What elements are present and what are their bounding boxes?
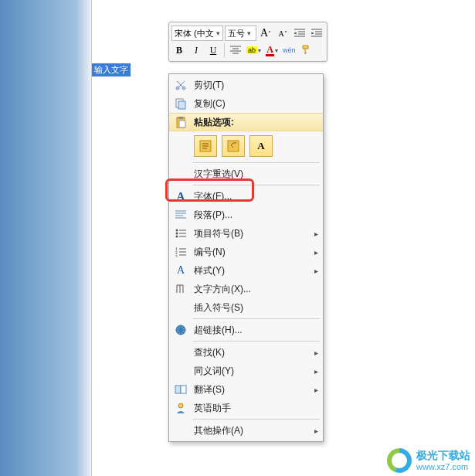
menu-label: 编号(N): [194, 246, 314, 259]
menu-english-assistant[interactable]: 英语助手: [169, 399, 323, 417]
bullets-icon: [172, 226, 189, 241]
svg-point-9: [176, 230, 178, 232]
svg-rect-3: [178, 101, 185, 109]
highlight-icon: ab: [246, 46, 257, 54]
paste-merge-button[interactable]: [222, 135, 245, 157]
underline-button[interactable]: U: [205, 42, 221, 58]
paragraph-icon: [172, 207, 189, 223]
menu-label: 查找(K): [194, 346, 314, 359]
mini-toolbar: 宋体 (中文 ▾ 五号 ▾ A ˄ A ˅ B I U ab ▾: [168, 22, 327, 62]
menu-label: 字体(F)...: [194, 190, 318, 203]
chevron-right-icon: ▸: [314, 230, 318, 238]
translate-icon: [172, 382, 189, 397]
font-color-icon: A: [266, 45, 274, 56]
svg-rect-8: [228, 141, 239, 151]
shrink-font-button[interactable]: A ˅: [275, 26, 290, 41]
font-name-value: 宋体 (中文: [175, 28, 214, 39]
svg-rect-5: [178, 117, 183, 119]
menu-synonyms[interactable]: 同义词(Y) ▸: [169, 362, 323, 380]
paste-merge-icon: [226, 139, 240, 153]
phonetic-icon: wén: [283, 46, 296, 54]
italic-button[interactable]: I: [188, 42, 204, 58]
menu-separator: [192, 185, 320, 185]
menu-text-direction[interactable]: 文字方向(X)...: [169, 280, 323, 298]
chevron-right-icon: ▸: [314, 427, 318, 435]
styles-icon: A: [172, 263, 189, 278]
paste-options-row: A: [169, 131, 323, 161]
menu-label: 同义词(Y): [194, 365, 314, 378]
decrease-indent-button[interactable]: [292, 26, 307, 41]
watermark-text: 极光下载站 www.xz7.com: [416, 450, 470, 471]
menu-label: 插入符号(S): [194, 301, 318, 314]
chevron-right-icon: ▸: [314, 386, 318, 394]
increase-indent-icon: [311, 29, 322, 38]
paste-source-icon: [198, 139, 212, 153]
font-size-value: 五号: [228, 28, 245, 39]
chevron-down-icon: ▾: [247, 29, 251, 37]
menu-bullets[interactable]: 项目符号(B) ▸: [169, 224, 323, 243]
menu-separator: [192, 419, 320, 420]
blank-icon: [172, 423, 189, 438]
format-painter-button[interactable]: [299, 42, 314, 58]
menu-reconvert[interactable]: 汉字重选(V): [169, 165, 323, 183]
assistant-icon: [172, 400, 189, 416]
grow-font-icon: A: [260, 27, 268, 39]
watermark-logo-icon: [387, 448, 412, 473]
menu-label: 超链接(H)...: [194, 324, 318, 337]
increase-indent-button[interactable]: [309, 26, 324, 41]
menu-paste-options-header: 粘贴选项:: [169, 113, 323, 131]
text-direction-icon: [172, 281, 189, 297]
watermark-title: 极光下载站: [416, 450, 470, 461]
paste-text-only-button[interactable]: A: [249, 135, 273, 157]
menu-font[interactable]: A 字体(F)...: [169, 187, 323, 206]
font-icon: A: [172, 189, 189, 204]
highlight-button[interactable]: ab ▾: [245, 42, 263, 58]
menu-separator: [192, 162, 320, 163]
text-selection[interactable]: 输入文字: [92, 63, 131, 76]
toolbar-row-1: 宋体 (中文 ▾ 五号 ▾ A ˄ A ˅: [171, 25, 324, 42]
separator: [224, 43, 225, 57]
font-size-combo[interactable]: 五号 ▾: [225, 26, 256, 41]
svg-point-10: [176, 233, 178, 235]
font-name-combo[interactable]: 宋体 (中文 ▾: [171, 26, 223, 41]
numbering-icon: 123: [172, 244, 189, 260]
menu-label: 段落(P)...: [194, 209, 318, 222]
menu-label: 剪切(T): [194, 79, 318, 92]
toolbar-row-2: B I U ab ▾ A ▾ wén: [171, 42, 324, 59]
menu-other-actions[interactable]: 其他操作(A) ▸: [169, 421, 323, 440]
blank-icon: [172, 300, 189, 315]
blank-icon: [172, 166, 189, 182]
chevron-down-icon: ▾: [216, 29, 220, 37]
menu-find[interactable]: 查找(K) ▸: [169, 343, 323, 362]
menu-copy[interactable]: 复制(C): [169, 94, 323, 113]
blank-icon: [172, 345, 189, 360]
menu-label: 其他操作(A): [194, 424, 314, 437]
align-center-button[interactable]: [228, 42, 243, 58]
svg-text:3: 3: [175, 254, 178, 257]
chevron-down-icon: ▾: [275, 47, 278, 54]
menu-paragraph[interactable]: 段落(P)...: [169, 206, 323, 224]
menu-label: 样式(Y): [194, 264, 314, 277]
phonetic-guide-button[interactable]: wén: [281, 42, 297, 58]
decrease-indent-icon: [294, 29, 305, 38]
chevron-right-icon: ▸: [314, 267, 318, 275]
chevron-down-icon: ▾: [258, 47, 261, 54]
grow-font-button[interactable]: A ˄: [258, 26, 273, 41]
menu-styles[interactable]: A 样式(Y) ▸: [169, 261, 323, 280]
paste-text-icon: A: [257, 140, 264, 152]
chevron-right-icon: ▸: [314, 248, 318, 257]
menu-cut[interactable]: 剪切(T): [169, 76, 323, 94]
menu-label: 英语助手: [194, 402, 318, 415]
paste-keep-source-button[interactable]: [194, 135, 217, 157]
bold-button[interactable]: B: [171, 42, 187, 58]
copy-icon: [172, 96, 189, 111]
clipboard-icon: [172, 114, 189, 130]
font-color-button[interactable]: A ▾: [264, 42, 280, 58]
menu-translate[interactable]: 翻译(S) ▸: [169, 380, 323, 399]
menu-label: 项目符号(B): [194, 227, 314, 240]
menu-hyperlink[interactable]: 超链接(H)...: [169, 321, 323, 339]
blank-icon: [172, 363, 189, 379]
context-menu: 剪切(T) 复制(C) 粘贴选项: A 汉字重选(V) A 字体(F)...: [168, 73, 324, 442]
menu-insert-symbol[interactable]: 插入符号(S): [169, 298, 323, 317]
menu-numbering[interactable]: 123 编号(N) ▸: [169, 243, 323, 261]
